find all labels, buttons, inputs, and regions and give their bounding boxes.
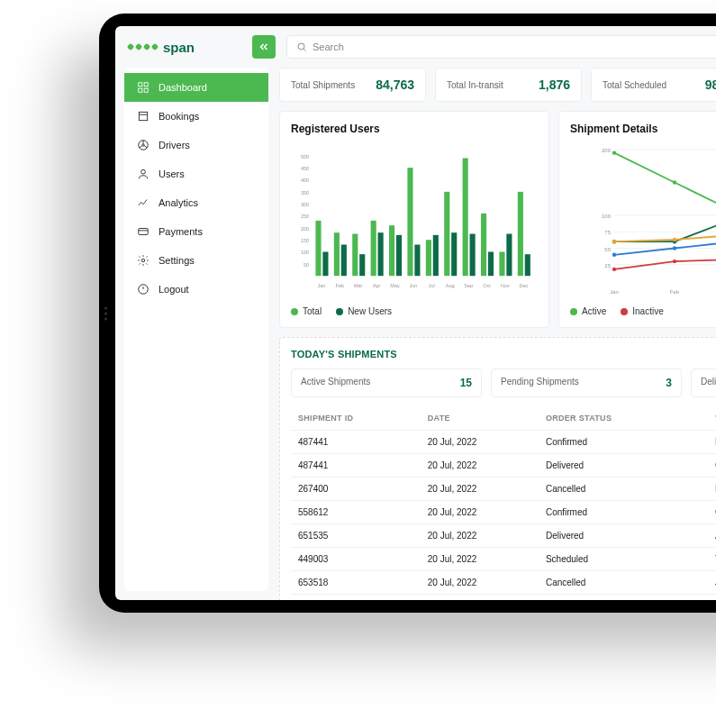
svg-text:May: May [390, 283, 400, 288]
svg-rect-26 [341, 245, 347, 277]
svg-rect-35 [396, 235, 402, 276]
svg-text:50: 50 [304, 262, 309, 268]
svg-text:250: 250 [301, 214, 309, 219]
sidebar: Dashboard Bookings Drivers Users Analyti… [124, 68, 268, 591]
svg-rect-31 [371, 221, 376, 276]
svg-text:25: 25 [604, 263, 611, 268]
table-row[interactable]: 65351820 Jul, 2022CancelledJumbo Trailer… [291, 571, 716, 595]
kpi-label: Total Shipments [291, 80, 355, 90]
kpi-value: 84,763 [376, 77, 414, 92]
svg-rect-23 [322, 252, 328, 277]
stat-value: 3 [666, 377, 672, 389]
stat-value: 15 [460, 377, 472, 389]
table-row[interactable]: 44900320 Jul, 2022ScheduledTractor Truck… [291, 548, 716, 571]
sidebar-item-dashboard[interactable]: Dashboard [124, 73, 268, 102]
svg-text:Sep: Sep [464, 283, 473, 288]
svg-text:Oct: Oct [483, 283, 491, 288]
sidebar-item-logout[interactable]: Logout [124, 275, 268, 304]
sidebar-item-bookings[interactable]: Bookings [124, 102, 268, 131]
table-header: SHIPMENT ID [291, 406, 421, 431]
gear-icon [137, 254, 150, 267]
shipment-stat: Delivered Shipments [691, 369, 716, 397]
svg-text:Aug: Aug [446, 283, 455, 288]
svg-point-69 [673, 180, 676, 184]
svg-rect-1 [139, 83, 142, 86]
svg-point-89 [673, 259, 676, 263]
svg-rect-2 [144, 83, 148, 86]
svg-point-84 [673, 238, 676, 241]
shipment-details-chart: 255075100200JanFebMarAprMay [570, 144, 716, 297]
kpi-card: Total Scheduled984 [591, 68, 716, 102]
table-row[interactable]: 65153520 Jul, 2022Bidding on processLive… [291, 595, 716, 601]
search-input[interactable]: Search [286, 35, 716, 59]
svg-rect-29 [359, 254, 365, 276]
svg-point-7 [142, 144, 144, 146]
stat-label: Delivered Shipments [701, 377, 716, 389]
legend-inactive: Inactive [621, 306, 663, 316]
table-row[interactable]: 26740020 Jul, 2022CancelledFurniture Tru… [291, 478, 716, 501]
svg-text:Jun: Jun [410, 283, 418, 288]
sidebar-item-users[interactable]: Users [124, 159, 268, 188]
users-icon [137, 168, 150, 180]
svg-rect-37 [407, 168, 412, 276]
svg-text:Jul: Jul [429, 283, 435, 288]
svg-rect-49 [481, 214, 486, 276]
svg-rect-3 [139, 88, 142, 92]
sidebar-item-label: Analytics [159, 197, 198, 208]
table-row[interactable]: 48744120 Jul, 2022DeliveredChiller Truck [291, 454, 716, 478]
svg-rect-52 [499, 252, 504, 277]
svg-rect-34 [389, 225, 394, 276]
analytics-icon [137, 196, 150, 209]
sidebar-item-analytics[interactable]: Analytics [124, 188, 268, 217]
sidebar-item-label: Drivers [159, 140, 190, 150]
svg-text:100: 100 [602, 214, 612, 219]
sidebar-item-label: Settings [159, 255, 195, 266]
sidebar-item-payments[interactable]: Payments [124, 217, 268, 246]
table-row[interactable]: 65153520 Jul, 2022DeliveredAll Wheel Dri… [291, 524, 716, 548]
svg-text:Apr: Apr [373, 283, 381, 288]
table-row[interactable]: 55861220 Jul, 2022ConfirmedCargo Body Tr… [291, 501, 716, 524]
svg-point-8 [141, 169, 146, 174]
logout-icon [137, 283, 150, 296]
svg-rect-56 [525, 254, 530, 276]
svg-text:350: 350 [301, 190, 309, 196]
todays-shipments-card: TODAY'S SHIPMENTS Active Shipments15Pend… [279, 337, 716, 600]
svg-rect-38 [414, 245, 420, 277]
svg-point-0 [298, 43, 304, 50]
svg-text:200: 200 [602, 148, 612, 153]
svg-text:Jan: Jan [318, 283, 326, 288]
shipment-stat: Pending Shipments3 [491, 369, 682, 397]
kpi-card: Total Shipments84,763 [279, 68, 426, 102]
svg-point-83 [612, 240, 616, 243]
brand-name: span [163, 40, 195, 55]
stat-label: Pending Shipments [501, 377, 579, 389]
svg-point-79 [673, 246, 676, 250]
search-placeholder: Search [313, 41, 344, 52]
svg-text:400: 400 [301, 177, 309, 183]
kpi-label: Total In-transit [447, 80, 503, 90]
sidebar-item-label: Logout [159, 284, 189, 295]
search-icon [296, 41, 307, 52]
sidebar-collapse-button[interactable] [252, 35, 276, 59]
svg-point-88 [612, 268, 616, 271]
svg-rect-47 [470, 234, 476, 277]
kpi-label: Total Scheduled [603, 80, 666, 90]
legend-active: Active [570, 306, 606, 316]
sidebar-item-label: Users [159, 168, 185, 179]
table-header: VEHICLE TYPE [708, 406, 716, 431]
kpi-card: Total In-transit1,876 [435, 68, 582, 102]
shipment-stat: Active Shipments15 [291, 369, 482, 397]
svg-text:Dec: Dec [519, 283, 528, 288]
legend-total: Total [291, 306, 322, 316]
brand-logo: span [128, 40, 195, 55]
sidebar-item-drivers[interactable]: Drivers [124, 131, 268, 159]
table-header: ORDER STATUS [539, 406, 708, 431]
sidebar-item-settings[interactable]: Settings [124, 246, 268, 275]
svg-text:200: 200 [301, 226, 309, 232]
svg-rect-50 [488, 252, 494, 277]
registered-users-chart: 50100150200250300350400450500JanFebMarAp… [291, 144, 538, 297]
table-row[interactable]: 48744120 Jul, 2022ConfirmedMover [291, 431, 716, 454]
svg-point-78 [612, 253, 616, 257]
svg-rect-25 [334, 232, 340, 276]
kpi-value: 1,876 [539, 77, 570, 92]
